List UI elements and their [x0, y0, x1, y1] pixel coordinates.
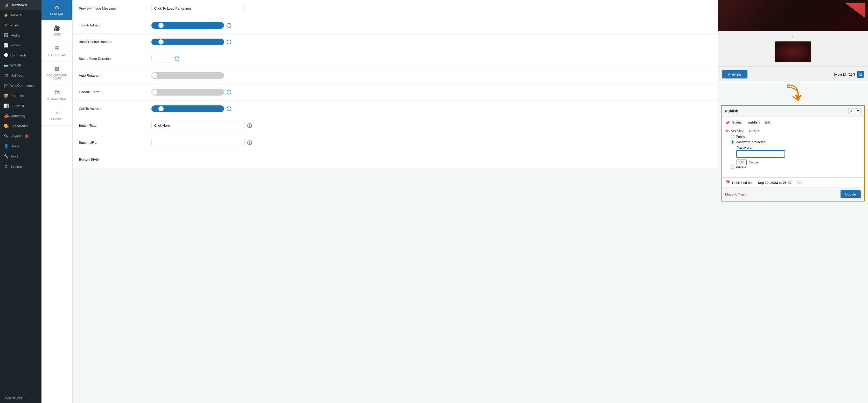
ok-cancel-row: OK Cancel [737, 160, 785, 165]
button-text-info[interactable]: i [247, 123, 252, 128]
button-style-row: Button Style [72, 151, 718, 168]
sub-sidebar-item-label: FLOOR PLAN [48, 54, 66, 57]
visibility-value: Public [749, 129, 760, 133]
shortcode-text: [wpvr id="25"] [834, 72, 855, 76]
calendar-icon: 📅 [725, 180, 730, 185]
radio-private[interactable] [731, 166, 734, 169]
call-to-action-field: i [151, 105, 711, 112]
tour-autoload-info[interactable]: i [226, 23, 231, 28]
sub-sidebar-item-export[interactable]: ↗ EXPORT [41, 105, 72, 126]
sidebar-item-label: Pages [10, 43, 20, 47]
mailpoet-icon: ✉ [4, 73, 8, 78]
generic-form-info[interactable]: i [226, 90, 231, 95]
preview-image-message-input[interactable] [151, 5, 245, 12]
sidebar-item-tools[interactable]: 🔧 Tools [0, 151, 41, 161]
sub-sidebar-item-floor-plan[interactable]: FLOOR PLAN [41, 41, 72, 62]
sidebar-item-wp-vr[interactable]: 🥽 WP VR [0, 60, 41, 70]
update-button[interactable]: Update [840, 190, 861, 198]
radio-public[interactable] [731, 135, 734, 138]
tour-autoload-toggle[interactable] [151, 22, 224, 29]
scene-fade-duration-field: i [151, 55, 711, 62]
button-url-info[interactable]: i [247, 140, 252, 145]
preview-image-message-row: Preview Image Message: [72, 0, 718, 17]
sidebar-item-appearance[interactable]: 🎨 Appearance [0, 121, 41, 131]
sidebar-item-label: Users [10, 144, 19, 148]
sub-sidebar-item-label: GENERAL [50, 12, 64, 15]
move-to-trash-link[interactable]: Move to Trash [725, 193, 746, 196]
sidebar-item-plugins[interactable]: 🔌 Plugins 5 [0, 131, 41, 141]
button-text-label: Button Text: [79, 124, 151, 127]
dashboard-icon: ⊞ [4, 3, 8, 7]
publish-collapse-button[interactable]: ∧ [848, 108, 854, 114]
basic-control-buttons-toggle[interactable] [151, 39, 224, 45]
sidebar-item-comments[interactable]: 💬 Comments [0, 50, 41, 60]
radio-public-label: Public [736, 135, 745, 139]
sidebar-item-products[interactable]: 📦 Products [0, 91, 41, 101]
call-to-action-info[interactable]: i [226, 106, 231, 111]
sidebar-item-dashboard[interactable]: ⊞ Dashboard [0, 0, 41, 10]
sidebar-item-mailpoet[interactable]: ✉ MailPoet [0, 70, 41, 80]
sidebar-item-label: WP VR [10, 63, 21, 67]
sub-sidebar-item-label: EXPORT [51, 117, 63, 121]
analytics-icon: 📊 [4, 103, 8, 108]
status-edit-link[interactable]: Edit [765, 121, 771, 124]
auto-rotation-label: Auto Rotation: [79, 73, 151, 77]
svg-rect-1 [57, 46, 59, 48]
sidebar-item-jetpack[interactable]: ⚡ Jetpack [0, 10, 41, 20]
floor-plan-icon [55, 45, 60, 52]
scene-fade-duration-info[interactable]: i [175, 57, 179, 61]
sub-sidebar-item-street-view[interactable]: 🗺 STREET VIEW [41, 85, 72, 105]
radio-password-option[interactable]: Password protected [731, 140, 785, 144]
basic-control-buttons-info[interactable]: i [226, 40, 231, 44]
media-icon: 🖼 [4, 33, 8, 38]
ok-button[interactable]: OK [737, 160, 747, 165]
password-input[interactable] [737, 150, 785, 158]
arrow-container [718, 82, 868, 103]
published-date: Sep 22, 2023 at 06:30 [757, 181, 791, 184]
copy-shortcode-button[interactable]: ⧉ [857, 71, 864, 78]
street-view-icon: 🗺 [55, 90, 60, 96]
button-text-input[interactable] [151, 122, 245, 129]
visibility-icon: 👁 [725, 129, 729, 133]
tour-autoload-label: Tour Autoload: [79, 23, 151, 27]
button-text-field: i [151, 122, 711, 129]
comments-icon: 💬 [4, 53, 8, 58]
sidebar-item-woocommerce[interactable]: 🛒 WooCommerce [0, 80, 41, 91]
call-to-action-toggle[interactable] [151, 105, 224, 112]
generic-form-toggle[interactable] [151, 89, 224, 96]
sub-sidebar-item-video[interactable]: 🎥 VIDEO [41, 21, 72, 41]
marketing-icon: 📣 [4, 113, 8, 119]
toggle-slider [151, 105, 224, 112]
auto-rotation-toggle[interactable] [151, 72, 224, 79]
sidebar-item-marketing[interactable]: 📣 Marketing [0, 111, 41, 121]
sidebar-item-media[interactable]: 🖼 Media [0, 30, 41, 40]
button-url-input[interactable] [151, 139, 245, 146]
auto-rotation-row: Auto Rotation: [72, 67, 718, 84]
preview-image-message-label: Preview Image Message: [79, 6, 151, 10]
preview-button[interactable]: Preview [722, 70, 747, 78]
sidebar-item-posts[interactable]: ✎ Posts [0, 20, 41, 30]
radio-password[interactable] [731, 140, 734, 144]
call-to-action-label: Call To Action : [79, 107, 151, 110]
sidebar-item-label: Marketing [10, 114, 25, 118]
scene-thumbnail[interactable] [775, 41, 811, 62]
sidebar-item-analytics[interactable]: 📊 Analytics [0, 101, 41, 111]
sub-sidebar-item-label: STREET VIEW [47, 97, 66, 100]
sub-sidebar: ⚙ GENERAL 🎥 VIDEO FLOOR PLAN 🖼 BACKGROUN… [41, 0, 72, 403]
sidebar-item-users[interactable]: 👤 Users [0, 141, 41, 151]
cancel-button[interactable]: Cancel [749, 160, 758, 165]
shortcode-area: [wpvr id="25"] ⧉ [834, 71, 864, 78]
appearance-icon: 🎨 [4, 124, 8, 129]
radio-private-option[interactable]: Private [731, 165, 785, 169]
radio-public-option[interactable]: Public [731, 135, 785, 139]
published-edit-link[interactable]: Edit [797, 181, 802, 184]
generic-form-row: Generic Form: i [72, 84, 718, 100]
sub-sidebar-item-general[interactable]: ⚙ GENERAL [41, 0, 72, 21]
radio-password-label: Password protected [736, 140, 766, 144]
collapse-menu-button[interactable]: Collapse menu [0, 393, 41, 403]
publish-expand-button[interactable]: ∨ [855, 108, 861, 114]
sidebar-item-pages[interactable]: 📄 Pages [0, 40, 41, 50]
sub-sidebar-item-background-tour[interactable]: 🖼 BACKGROUND TOUR [41, 62, 72, 85]
scene-fade-duration-input[interactable] [151, 55, 172, 62]
sidebar-item-settings[interactable]: ⚙ Settings [0, 161, 41, 171]
